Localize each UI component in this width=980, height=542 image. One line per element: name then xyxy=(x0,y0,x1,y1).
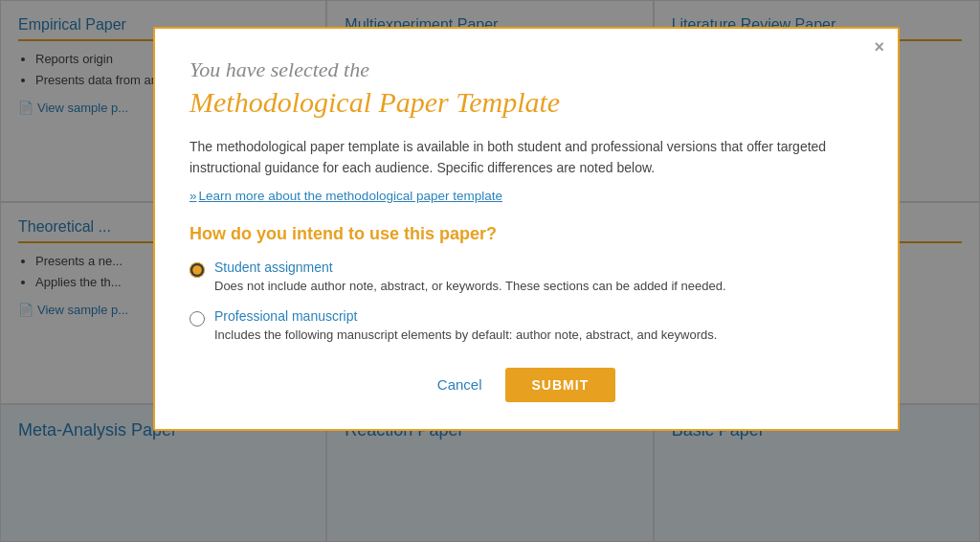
student-label-group: Student assignment Does not include auth… xyxy=(214,260,726,296)
radio-option-student[interactable]: Student assignment Does not include auth… xyxy=(189,260,863,296)
radio-professional[interactable] xyxy=(189,311,205,327)
professional-label-group: Professional manuscript Includes the fol… xyxy=(214,308,717,345)
radio-group: Student assignment Does not include auth… xyxy=(189,260,863,345)
close-button[interactable]: × xyxy=(874,38,884,56)
modal-subtitle: You have selected the xyxy=(189,57,863,82)
modal-description: The methodological paper template is ava… xyxy=(189,136,863,179)
submit-button[interactable]: SUBMIT xyxy=(505,368,616,402)
modal-question: How do you intend to use this paper? xyxy=(189,224,863,244)
student-label-desc: Does not include author note, abstract, … xyxy=(214,277,726,296)
student-label-title[interactable]: Student assignment xyxy=(214,260,726,275)
radio-option-professional[interactable]: Professional manuscript Includes the fol… xyxy=(189,308,863,345)
modal-footer: Cancel SUBMIT xyxy=(189,368,863,402)
modal-title: Methodological Paper Template xyxy=(189,86,863,119)
professional-label-desc: Includes the following manuscript elemen… xyxy=(214,326,717,345)
cancel-button[interactable]: Cancel xyxy=(437,376,482,393)
learn-more-link[interactable]: Learn more about the methodological pape… xyxy=(189,189,863,203)
modal-dialog: × You have selected the Methodological P… xyxy=(153,27,900,431)
professional-label-title[interactable]: Professional manuscript xyxy=(214,308,717,324)
radio-student[interactable] xyxy=(189,262,205,278)
